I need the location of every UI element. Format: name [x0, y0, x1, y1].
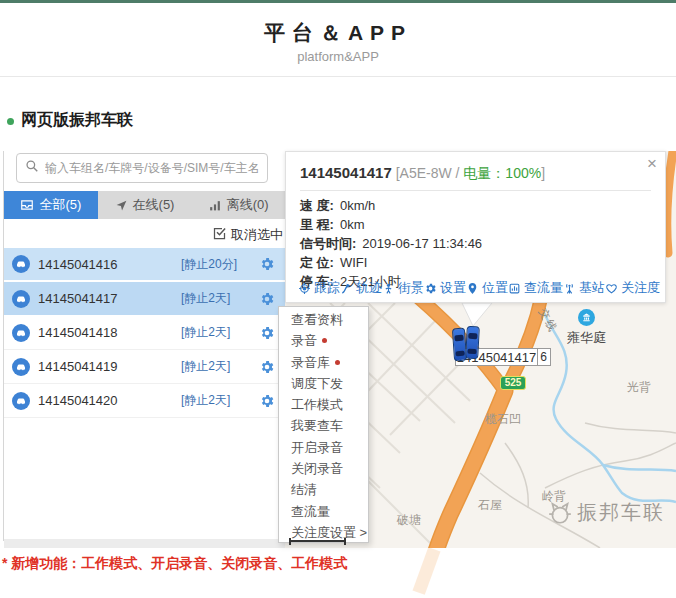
action-label: 位置	[482, 279, 508, 297]
watermark-text: 振邦车联	[577, 499, 665, 526]
action-label: 设置	[440, 279, 466, 297]
action-label: 跟踪	[314, 279, 340, 297]
vehicle-gear-icon[interactable]	[259, 393, 275, 409]
menu-item-record[interactable]: 录音	[279, 330, 368, 351]
action-label: 街景	[398, 279, 424, 297]
menu-item-label: 查看资料	[291, 312, 343, 327]
vehicle-icon	[12, 255, 30, 273]
tab-all[interactable]: 全部(5)	[4, 191, 98, 219]
field-value: 0km	[340, 217, 365, 232]
sidebar-scrollbar[interactable]	[4, 539, 285, 548]
checkbox-check-icon	[212, 226, 227, 244]
action-label: 关注度	[621, 279, 660, 297]
action-trace[interactable]: 轨迹	[340, 279, 382, 297]
vehicle-icon	[12, 392, 30, 410]
map-watermark: 振邦车联	[547, 499, 665, 526]
panel-device-suffix: ]	[541, 165, 545, 181]
place-label: 光背	[627, 379, 651, 396]
page-title: 平台＆APP	[0, 19, 676, 47]
field-label: 里 程:	[300, 217, 334, 232]
vehicle-status: [静止20分]	[181, 256, 259, 273]
action-label: 轨迹	[356, 279, 382, 297]
tab-offline[interactable]: 离线(0)	[191, 191, 285, 219]
panel-action-bar: 跟踪 轨迹 街景 设置 位置 查流量	[298, 279, 659, 297]
vehicle-search-box[interactable]	[16, 153, 268, 183]
close-icon[interactable]: ×	[647, 154, 657, 174]
panel-device-model: [A5E-8W /	[396, 165, 464, 181]
vehicle-gear-icon[interactable]	[259, 359, 275, 375]
deselect-all[interactable]: 取消选中	[4, 224, 283, 246]
header-divider	[0, 76, 676, 77]
menu-item-label: 录音库	[291, 355, 330, 370]
menu-item-start-recording[interactable]: 开启录音	[279, 437, 368, 458]
tab-online-label: 在线(5)	[133, 196, 175, 214]
vehicle-icon	[12, 324, 30, 342]
vehicle-gear-icon[interactable]	[259, 256, 275, 272]
vehicle-id: 14145041416	[38, 257, 181, 272]
panel-pointer	[462, 303, 492, 326]
panel-divider	[300, 190, 651, 191]
menu-item-label: 开启录音	[291, 440, 343, 455]
vehicle-row[interactable]: 14145041418 [静止2天]	[4, 316, 285, 350]
vehicle-status: [静止2天]	[181, 358, 259, 375]
vehicle-icon	[12, 358, 30, 376]
action-streetview[interactable]: 街景	[382, 279, 424, 297]
place-label: 石屋	[478, 497, 502, 514]
vehicle-row[interactable]: 14145041419 [静止2天]	[4, 350, 285, 384]
menu-item-find-car[interactable]: 我要查车	[279, 415, 368, 436]
menu-item-check-data[interactable]: 查流量	[279, 501, 368, 522]
tab-offline-label: 离线(0)	[227, 196, 269, 214]
vehicle-row[interactable]: 14145041420 [静止2天]	[4, 384, 285, 418]
section-title: 网页版振邦车联	[21, 110, 133, 131]
deselect-label: 取消选中	[231, 226, 283, 244]
action-data-usage[interactable]: 查流量	[508, 279, 563, 297]
faded-road-fragment	[413, 547, 441, 595]
search-input[interactable]	[45, 161, 259, 175]
action-label: 查流量	[524, 279, 563, 297]
field-value: 2019-06-17 11:34:46	[362, 236, 482, 251]
vehicle-filter-tabs: 全部(5) 在线(5) 离线(0)	[4, 191, 285, 219]
vehicle-context-menu: 查看资料 录音 录音库 调度下发 工作模式 我要查车 开启录音 关闭录音 结清 …	[278, 306, 369, 543]
action-settings[interactable]: 设置	[424, 279, 466, 297]
red-dot-badge	[322, 338, 327, 343]
tab-all-label: 全部(5)	[39, 196, 81, 214]
red-dot-badge	[335, 360, 340, 365]
panel-vehicle-id: 14145041417	[300, 164, 392, 181]
vehicle-id: 14145041419	[38, 359, 181, 374]
vehicle-icon	[12, 290, 30, 308]
vehicle-row-selected[interactable]: 14145041417 [静止2天]	[4, 282, 285, 316]
vehicle-info-panel: × 14145041417 [A5E-8W / 电量：100%] 速 度:0km…	[285, 151, 666, 303]
vehicle-row[interactable]: 14145041416 [静止20分]	[4, 248, 285, 282]
place-label: 破塘	[397, 512, 421, 529]
action-location[interactable]: 位置	[466, 279, 508, 297]
menu-item-settle[interactable]: 结清	[279, 479, 368, 500]
vehicle-marker-car[interactable]	[465, 326, 480, 360]
search-icon	[25, 159, 39, 177]
action-track[interactable]: 跟踪	[298, 279, 340, 297]
menu-item-stop-recording[interactable]: 关闭录音	[279, 458, 368, 479]
menu-item-label: 查流量	[291, 504, 330, 519]
field-value: 0km/h	[340, 198, 375, 213]
menu-item-record-library[interactable]: 录音库	[279, 352, 368, 373]
menu-item-view-profile[interactable]: 查看资料	[279, 309, 368, 330]
route-badge-525: 525	[500, 376, 526, 390]
menu-item-label: 录音	[291, 333, 317, 348]
action-base-station[interactable]: 基站	[563, 279, 605, 297]
tab-online[interactable]: 在线(5)	[98, 191, 192, 219]
horizontal-scrollbar[interactable]	[289, 538, 346, 545]
menu-item-label: 工作模式	[291, 397, 343, 412]
place-label: 榄石凹	[485, 411, 521, 428]
menu-item-dispatch[interactable]: 调度下发	[279, 373, 368, 394]
vehicle-gear-icon[interactable]	[259, 325, 275, 341]
field-label: 速 度:	[300, 198, 334, 213]
panel-battery: 电量：100%	[463, 165, 541, 181]
vehicle-gear-icon[interactable]	[259, 291, 275, 307]
menu-item-label: 关闭录音	[291, 461, 343, 476]
action-favorite[interactable]: 关注度	[605, 279, 660, 297]
vehicle-list: 14145041416 [静止20分] 14145041417 [静止2天] 1…	[4, 248, 285, 418]
poi-name: 雍华庭	[567, 329, 606, 347]
footer-note: * 新增功能：工作模式、开启录音、关闭录音、工作模式	[2, 555, 347, 573]
poi-building-icon[interactable]	[578, 309, 595, 326]
menu-item-label: 我要查车	[291, 418, 343, 433]
menu-item-work-mode[interactable]: 工作模式	[279, 394, 368, 415]
